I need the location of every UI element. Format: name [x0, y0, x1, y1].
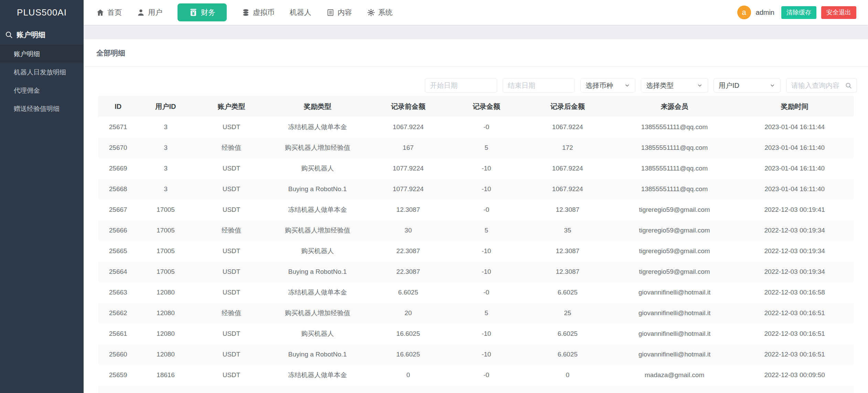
table-cell: 冻结机器人做单本金 [269, 123, 365, 132]
table-cell: 1067.9224 [365, 123, 451, 131]
coins-icon [242, 9, 250, 17]
table-cell: 22.3087 [365, 268, 451, 276]
table-cell: 172 [522, 144, 613, 152]
sidebar-item[interactable]: 账户明细 [0, 45, 84, 63]
chevron-down-icon [624, 82, 630, 89]
table-row: 256703经验值购买机器人增加经验值167517213855551111@qq… [98, 137, 854, 158]
table-cell: -0 [451, 206, 522, 214]
table-cell: 25669 [98, 165, 138, 172]
table-cell: USDT [193, 165, 270, 172]
nav-item[interactable]: 系统 [367, 8, 393, 17]
table-cell: 2022-12-03 00:16:58 [736, 289, 854, 296]
table-cell: giovannifinelli@hotmail.it [613, 289, 736, 296]
table-cell: USDT [193, 247, 270, 255]
nav-item-label: 虚拟币 [253, 8, 275, 17]
nav-item[interactable]: 用户 [137, 8, 162, 17]
nav-item[interactable]: 财务 [178, 3, 227, 21]
table-cell: USDT [193, 351, 270, 358]
table-cell: 购买机器人 [269, 329, 365, 338]
table-cell: 12080 [138, 309, 193, 317]
table-cell: 2022-12-03 00:09:50 [736, 371, 854, 379]
table-body: 256713USDT冻结机器人做单本金1067.9224-01067.92241… [98, 117, 854, 385]
table-header-row: ID用户ID账户类型奖励类型记录前金额记录金额记录后金额来源会员奖励时间 [98, 96, 854, 117]
logout-button[interactable]: 安全退出 [821, 6, 856, 19]
table-cell: 冻结机器人做单本金 [269, 288, 365, 297]
nav-item[interactable]: 首页 [96, 8, 122, 17]
table-cell: 2023-01-04 16:11:40 [736, 185, 854, 193]
username: admin [756, 9, 774, 17]
table-cell: 25660 [98, 351, 138, 358]
table-cell: 5 [451, 309, 522, 317]
end-date-input[interactable] [503, 79, 575, 92]
search-icon [5, 31, 13, 39]
home-icon [96, 9, 104, 17]
table-cell: 6.6025 [365, 289, 451, 296]
table-cell: 13855551111@qq.com [613, 144, 736, 152]
nav-item[interactable]: 内容 [326, 8, 352, 17]
nav-item[interactable]: 虚拟币 [242, 8, 275, 17]
table-cell: 购买机器人增加经验值 [269, 226, 365, 235]
nav-item-label: 首页 [107, 8, 122, 17]
column-header: 用户ID [138, 102, 193, 111]
column-header: 账户类型 [193, 102, 270, 111]
table-cell: 经验值 [193, 309, 270, 318]
currency-select[interactable]: 选择币种 [580, 78, 635, 93]
table-cell: 购买机器人增加经验值 [269, 143, 365, 152]
nav-item[interactable]: 机器人 [290, 8, 311, 17]
table-cell: 5 [451, 144, 522, 152]
table-cell: Buying a RobotNo.1 [269, 351, 365, 358]
table-cell: 6.6025 [522, 351, 613, 358]
table-cell: 25659 [98, 371, 138, 379]
start-date-input[interactable] [425, 79, 497, 92]
search-icon[interactable] [845, 82, 852, 89]
app-logo: PLUS500AI [0, 0, 84, 25]
table-cell: -10 [451, 330, 522, 338]
table-cell: tigreregio59@gmail.com [613, 247, 736, 255]
table-cell: 17005 [138, 206, 193, 214]
sidebar-item[interactable]: 代理佣金 [0, 81, 84, 100]
table-cell: 2022-12-03 00:16:51 [736, 309, 854, 317]
sidebar-menu: 账户明细机器人日发放明细代理佣金赠送经验值明细 [0, 45, 84, 118]
end-date-field [503, 78, 575, 93]
table-cell: -10 [451, 165, 522, 172]
table-cell: 2022-12-03 00:19:34 [736, 247, 854, 255]
column-header: ID [98, 103, 138, 111]
nav-item-label: 内容 [337, 8, 352, 17]
table-cell: -0 [451, 289, 522, 296]
table-row: 2566417005USDTBuying a RobotNo.122.3087-… [98, 261, 854, 282]
table-cell: USDT [193, 330, 270, 338]
column-header: 来源会员 [613, 102, 736, 111]
table-cell: 25664 [98, 268, 138, 276]
table-cell: 25667 [98, 206, 138, 214]
avatar[interactable]: a [737, 6, 751, 19]
table-row: 2565918616USDT冻结机器人做单本金0-00madaza@gmail.… [98, 365, 854, 385]
type-select[interactable]: 选择类型 [641, 78, 708, 93]
table-cell: 25662 [98, 309, 138, 317]
sidebar-item[interactable]: 赠送经验值明细 [0, 100, 84, 118]
table-cell: 12080 [138, 330, 193, 338]
app-window: PLUS500AI 账户明细 账户明细机器人日发放明细代理佣金赠送经验值明细 首… [0, 0, 868, 393]
table-cell: 冻结机器人做单本金 [269, 371, 365, 380]
table-cell: 1067.9224 [522, 123, 613, 131]
column-header: 记录前金额 [365, 102, 451, 111]
sidebar: PLUS500AI 账户明细 账户明细机器人日发放明细代理佣金赠送经验值明细 [0, 0, 84, 393]
userid-select[interactable]: 用户ID [714, 78, 781, 93]
table-cell: 2022-12-03 00:16:51 [736, 330, 854, 338]
table-cell: -0 [451, 123, 522, 131]
table-cell: 22.3087 [365, 247, 451, 255]
table-row: 256693USDT购买机器人1077.9224-101067.92241385… [98, 158, 854, 179]
table-cell: 6.6025 [522, 289, 613, 296]
table-row: 2566617005经验值购买机器人增加经验值30535tigreregio59… [98, 220, 854, 241]
column-header: 奖励时间 [736, 102, 854, 111]
table-cell: giovannifinelli@hotmail.it [613, 351, 736, 358]
top-navbar: 首页用户财务虚拟币机器人内容系统 a admin 清除缓存 安全退出 [84, 0, 868, 25]
table-row: 2566517005USDT购买机器人22.3087-1012.3087tigr… [98, 241, 854, 261]
table-row-partial [98, 385, 854, 393]
table-cell: 18616 [138, 371, 193, 379]
sidebar-section-title: 账户明细 [17, 30, 45, 40]
table-cell: 25671 [98, 123, 138, 131]
sidebar-item[interactable]: 机器人日发放明细 [0, 63, 84, 81]
content-card: 全部明细 选择币种 选择类型 用户ID [84, 39, 868, 393]
clear-cache-button[interactable]: 清除缓存 [781, 6, 816, 19]
table-row: 2566312080USDT冻结机器人做单本金6.6025-06.6025gio… [98, 282, 854, 303]
